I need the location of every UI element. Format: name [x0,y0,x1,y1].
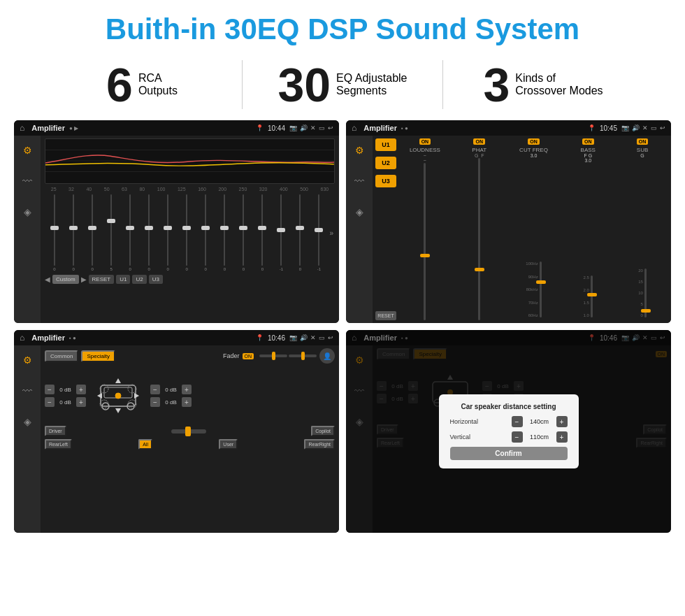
cutfreq-on-badge[interactable]: ON [528,138,540,145]
eq-graph [45,138,335,184]
phat-slider[interactable] [478,158,480,320]
crossover-reset-btn[interactable]: RESET [375,311,396,320]
eq-reset-btn[interactable]: RESET [89,275,115,284]
eq-freq-labels: 253240506380100125160200250320400500630 [45,187,335,192]
sidebar-eq-icon-2[interactable]: ⚙ [350,141,368,159]
eq-slider-6[interactable]: 0 [159,194,176,271]
eq-slider-12[interactable]: -1 [273,194,289,271]
fader-slider-2[interactable] [289,354,317,357]
sidebar-speaker-icon[interactable]: ◈ [18,203,36,221]
battery-icon-2: ▭ [651,124,657,131]
eq-screen-body: ⚙ 〰 ◈ [14,136,339,323]
rr-minus[interactable]: − [150,397,160,407]
loudness-on-badge[interactable]: ON [419,138,431,145]
sidebar-wave-icon-2[interactable]: 〰 [350,172,368,190]
crossover-status-bar: ⌂ Amplifier ▪ ● 📍 10:45 📷 🔊 ✕ ▭ ↩ [346,120,671,136]
all-btn[interactable]: All [138,439,152,450]
eq-slider-14[interactable]: -1 [310,194,327,271]
fader-h-sliders [259,354,317,357]
svg-marker-9 [115,408,121,413]
eq-slider-10[interactable]: 0 [235,194,252,271]
channel-buttons: U1 U2 U3 RESET [375,138,396,320]
crossover-time: 10:45 [600,124,617,132]
sidebar-wave-icon-3[interactable]: 〰 [18,382,36,400]
rl-minus[interactable]: − [45,397,55,407]
rearleft-btn[interactable]: RearLeft [45,439,72,450]
phat-on-badge[interactable]: ON [473,138,485,145]
sidebar-speaker-icon-3[interactable]: ◈ [18,413,36,431]
sub-slider[interactable] [644,268,647,317]
fader-slider-1[interactable] [259,354,287,357]
horizontal-value: 140cm [526,418,554,425]
fader-on-badge[interactable]: ON [243,353,254,359]
copilot-btn[interactable]: Copilot [311,426,335,436]
eq-u3-btn[interactable]: U3 [149,275,163,284]
eq-prev-btn[interactable]: ◀ [45,275,50,283]
eq-slider-1[interactable]: 0 [65,194,82,271]
eq-slider-0[interactable]: 0 [46,194,63,271]
vertical-plus-btn[interactable]: + [556,431,568,443]
loudness-slider[interactable] [424,163,426,320]
settings-icon[interactable]: 👤 [319,348,335,364]
fr-minus[interactable]: − [150,385,160,394]
bass-on-badge[interactable]: ON [582,138,594,145]
eq-slider-2[interactable]: 0 [84,194,101,271]
tab-common[interactable]: Common [45,350,78,362]
dialog-title: Car speaker distance setting [450,403,568,410]
crossover-home-icon: ⌂ [352,123,356,133]
crossover-app-title: Amplifier [363,124,397,132]
eq-slider-3[interactable]: 5 [103,194,120,271]
eq-slider-13[interactable]: 0 [291,194,308,271]
x-icon: ✕ [310,124,316,131]
crossover-dot: ▪ ● [401,125,408,131]
driver-btn[interactable]: Driver [45,426,66,436]
center-slider[interactable] [171,429,206,434]
fl-minus[interactable]: − [45,385,55,394]
horizontal-value-row: − 140cm + [512,416,568,427]
fader-tabs-row: Common Specialty Fader ON 👤 [45,348,335,364]
eq-slider-8[interactable]: 0 [197,194,214,271]
rearright-btn[interactable]: RearRight [304,439,335,450]
sub-on-badge[interactable]: ON [637,138,649,145]
rr-plus[interactable]: + [182,397,192,407]
confirm-button[interactable]: Confirm [450,447,568,460]
eq-time: 10:44 [268,124,285,132]
loudness-control: ON LOUDNESS ~ ~ [399,138,451,320]
horizontal-plus-btn[interactable]: + [556,416,568,427]
eq-custom-btn[interactable]: Custom [52,275,79,284]
x-icon-2: ✕ [642,124,648,131]
horizontal-minus-btn[interactable]: − [512,416,523,427]
eq-slider-7[interactable]: 0 [178,194,195,271]
eq-slider-11[interactable]: 0 [254,194,271,271]
volume-icon: 🔊 [300,124,308,131]
fl-plus[interactable]: + [76,385,86,394]
fader-label: Fader [223,352,240,359]
bass-slider[interactable] [591,275,593,317]
fr-plus[interactable]: + [182,385,192,394]
eq-slider-4[interactable]: 0 [122,194,138,271]
eq-main-content: 253240506380100125160200250320400500630 … [41,136,339,323]
bass-control: ON BASS F G 3.0 2.52.01.51.0 [562,138,614,320]
u1-channel-btn[interactable]: U1 [375,138,396,151]
user-btn[interactable]: User [219,439,238,450]
sidebar-speaker-icon-2[interactable]: ◈ [350,203,368,221]
more-icon[interactable]: » [329,229,333,237]
u3-channel-btn[interactable]: U3 [375,175,396,187]
right-vol-col: − 0 dB + − 0 dB + [150,385,192,407]
eq-sliders-row: 0 0 0 5 0 0 0 0 0 0 0 0 -1 0 -1 [45,194,335,271]
eq-next-btn[interactable]: ▶ [81,275,87,283]
sidebar-eq-icon-3[interactable]: ⚙ [18,351,36,369]
u2-channel-btn[interactable]: U2 [375,157,396,169]
eq-slider-9[interactable]: 0 [216,194,233,271]
cutfreq-slider[interactable] [540,262,542,317]
eq-u1-btn[interactable]: U1 [116,275,130,284]
eq-slider-5[interactable]: 0 [140,194,157,271]
sidebar-eq-icon[interactable]: ⚙ [18,141,36,159]
tab-specialty[interactable]: Specialty [81,350,115,362]
eq-u2-btn[interactable]: U2 [132,275,146,284]
sidebar-wave-icon[interactable]: 〰 [18,172,36,190]
vertical-minus-btn[interactable]: − [512,431,523,443]
stat-rca: 6 RCA Outputs [42,61,242,108]
phat-control: ON PHAT G F [454,138,505,320]
rl-plus[interactable]: + [76,397,86,407]
